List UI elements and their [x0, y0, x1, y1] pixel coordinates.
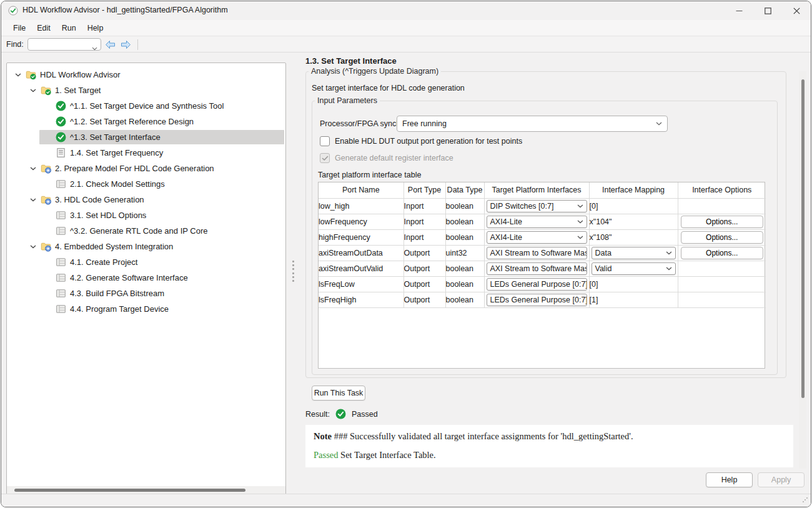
tree-item-1-2-set-target-reference-design[interactable]: ^1.2. Set Target Reference Design	[7, 114, 285, 129]
help-button[interactable]: Help	[706, 472, 753, 487]
tree-item-label: HDL Workflow Advisor	[40, 70, 121, 79]
tree-item-3-1-set-hdl-options[interactable]: 3.1. Set HDL Options	[7, 207, 285, 223]
vertical-scrollbar[interactable]	[799, 71, 806, 469]
target-interface-dropdown[interactable]: DIP Switches [0:7]	[487, 200, 587, 212]
interface-mapping-dropdown[interactable]: Data	[592, 247, 676, 259]
port-type-cell: Outport	[404, 245, 445, 261]
tree-item-1-3-set-target-interface[interactable]: ^1.3. Set Target Interface	[7, 129, 285, 145]
interface-mapping-cell[interactable]: x"104"	[589, 214, 678, 229]
interface-mapping-cell[interactable]: [0]	[589, 276, 678, 292]
tree-item-label: 3. HDL Code Generation	[55, 195, 144, 204]
options-button[interactable]: Options...	[681, 247, 763, 259]
find-combobox[interactable]	[27, 38, 101, 51]
sync-dropdown[interactable]: Free running	[397, 116, 668, 132]
tree-item-hdl-workflow-advisor[interactable]: HDL Workflow Advisor	[7, 67, 285, 82]
interface-mapping-cell[interactable]: x"108"	[589, 229, 678, 245]
tree-item-4-2-generate-software-interface[interactable]: 4.2. Generate Software Interface	[7, 270, 285, 286]
chevron-down-icon[interactable]	[92, 43, 97, 52]
column-header: Port Name	[319, 182, 404, 198]
tree-item-4-1-create-project[interactable]: 4.1. Create Project	[7, 254, 285, 270]
interface-table-label: Target platform interface table	[318, 171, 421, 179]
tree-expand-chevron-icon[interactable]	[28, 167, 38, 171]
menu-run[interactable]: Run	[56, 22, 82, 34]
register-checkbox[interactable]	[320, 153, 330, 163]
analysis-legend: Analysis (^Triggers Update Diagram)	[309, 67, 441, 76]
resize-grip-icon[interactable]	[802, 496, 808, 505]
target-interface-dropdown[interactable]: LEDs General Purpose [0:7]	[487, 278, 587, 291]
interface-mapping-cell[interactable]: [1]	[589, 292, 678, 307]
workflow-tree-panel: HDL Workflow Advisor1. Set Target^1.1. S…	[6, 62, 286, 495]
port-name-cell: axiStreamOutValid	[319, 261, 404, 276]
folder-gear-icon	[41, 194, 51, 205]
find-previous-button[interactable]	[104, 38, 117, 51]
tree-item-3-hdl-code-generation[interactable]: 3. HDL Code Generation	[7, 192, 285, 207]
table-icon	[56, 179, 66, 189]
chevron-down-icon	[577, 220, 583, 224]
port-type-cell: Outport	[404, 261, 445, 276]
interface-options-cell	[678, 261, 766, 276]
tree-item-1-set-target[interactable]: 1. Set Target	[7, 82, 285, 98]
maximize-button[interactable]	[753, 1, 782, 20]
tree-item-4-3-build-fpga-bitstream[interactable]: 4.3. Build FPGA Bitstream	[7, 286, 285, 301]
menu-edit[interactable]: Edit	[31, 22, 56, 34]
data-type-cell: boolean	[445, 229, 484, 245]
interface-mapping-dropdown[interactable]: Valid	[592, 262, 676, 275]
tree-hscroll-thumb[interactable]	[14, 489, 245, 492]
interface-mapping-cell[interactable]: [0]	[589, 198, 678, 214]
target-interface-dropdown[interactable]: AXI Stream to Software Master	[487, 247, 587, 259]
chevron-down-icon	[30, 167, 36, 171]
vertical-scrollbar-thumb[interactable]	[801, 79, 805, 398]
minimize-button[interactable]	[725, 1, 753, 20]
target-interface-dropdown[interactable]: AXI4-Lite	[487, 216, 587, 228]
options-button[interactable]: Options...	[681, 216, 763, 228]
data-type-cell: boolean	[445, 292, 484, 307]
chevron-down-icon	[577, 236, 583, 239]
tree-expand-chevron-icon[interactable]	[28, 245, 38, 249]
target-interface-cell: AXI Stream to Software Master	[484, 261, 589, 276]
menu-bar: File Edit Run Help	[1, 20, 811, 36]
find-next-button[interactable]	[119, 38, 132, 51]
port-name-cell: low_high	[319, 198, 404, 214]
hdl-workflow-advisor-window: HDL Workflow Advisor - hdl_gettingStarte…	[1, 1, 811, 507]
testpoints-checkbox[interactable]	[320, 136, 330, 146]
tree-item-4-embedded-system-integration[interactable]: 4. Embedded System Integration	[7, 239, 285, 254]
run-this-task-button[interactable]: Run This Task	[312, 386, 365, 401]
menu-file[interactable]: File	[7, 22, 31, 34]
tree-item-4-4-program-target-device[interactable]: 4.4. Program Target Device	[7, 301, 285, 317]
tree-expand-chevron-icon[interactable]	[28, 198, 38, 202]
menu-help[interactable]: Help	[82, 22, 109, 34]
panel-splitter[interactable]	[292, 261, 295, 282]
target-interface-dropdown[interactable]: AXI Stream to Software Master	[487, 262, 587, 275]
result-label: Result:	[305, 410, 330, 419]
port-type-cell: Inport	[404, 229, 445, 245]
tree-item-label: ^1.1. Set Target Device and Synthesis To…	[70, 101, 224, 111]
port-name-cell: lsFreqHigh	[319, 292, 404, 307]
tree-item-2-prepare-model-for-hdl-code-generation[interactable]: 2. Prepare Model For HDL Code Generation	[7, 161, 285, 176]
doc-icon	[56, 147, 66, 158]
tree-expand-chevron-icon[interactable]	[28, 89, 38, 92]
folder-check-icon	[41, 85, 51, 96]
workflow-tree: HDL Workflow Advisor1. Set Target^1.1. S…	[7, 67, 285, 317]
register-label: Generate default register interface	[335, 154, 453, 162]
close-button[interactable]	[782, 1, 811, 20]
note-bold: Note	[314, 431, 332, 441]
tree-item-2-1-check-model-settings[interactable]: 2.1. Check Model Settings	[7, 176, 285, 192]
options-button[interactable]: Options...	[681, 231, 763, 244]
port-type-cell: Outport	[404, 292, 445, 307]
passed-text: Set Target Interface Table.	[338, 450, 435, 460]
input-parameters-legend: Input Parameters	[315, 96, 380, 105]
tree-item-label: 3.1. Set HDL Options	[70, 211, 146, 220]
folder-gear-icon	[41, 163, 51, 174]
find-input[interactable]	[31, 39, 91, 49]
tree-expand-chevron-icon[interactable]	[13, 73, 23, 77]
apply-button[interactable]: Apply	[758, 472, 805, 487]
interface-options-cell: Options...	[678, 245, 766, 261]
target-interface-dropdown[interactable]: LEDs General Purpose [0:7]	[487, 294, 587, 306]
tree-item-1-1-set-target-device-and-synthesis-tool[interactable]: ^1.1. Set Target Device and Synthesis To…	[7, 98, 285, 114]
target-interface-dropdown[interactable]: AXI4-Lite	[487, 231, 587, 244]
tree-item-3-2-generate-rtl-code-and-ip-core[interactable]: ^3.2. Generate RTL Code and IP Core	[7, 223, 285, 239]
title-bar: HDL Workflow Advisor - hdl_gettingStarte…	[1, 1, 811, 20]
table-row: lsFreqLowOutportbooleanLEDs General Purp…	[319, 276, 766, 292]
tree-item-label: ^1.3. Set Target Interface	[70, 132, 161, 142]
tree-item-1-4-set-target-frequency[interactable]: 1.4. Set Target Frequency	[7, 145, 285, 161]
